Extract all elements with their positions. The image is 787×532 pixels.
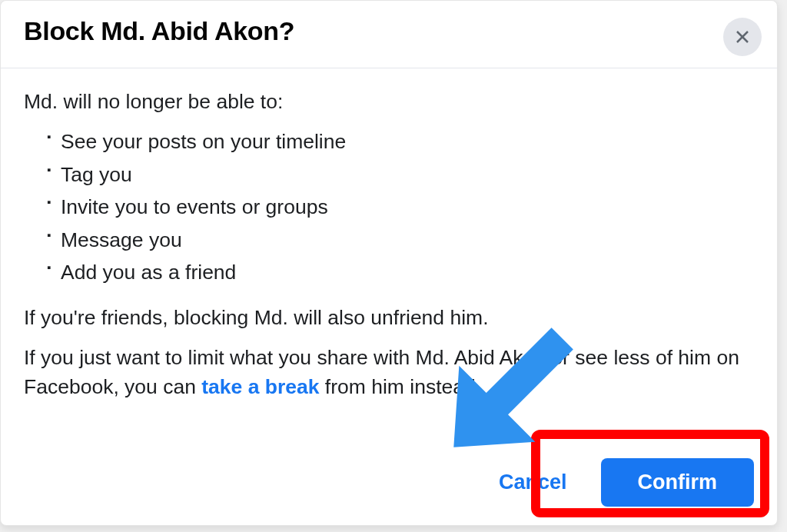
block-effects-list: See your posts on your timeline Tag you …: [24, 127, 754, 287]
modal-header: Block Md. Abid Akon?: [1, 1, 777, 68]
list-item: See your posts on your timeline: [47, 127, 754, 156]
close-button[interactable]: [723, 18, 762, 56]
cancel-button[interactable]: Cancel: [477, 458, 589, 507]
list-item: Tag you: [47, 160, 754, 189]
close-icon: [733, 28, 752, 46]
modal-footer: Cancel Confirm: [454, 449, 777, 525]
list-item: Message you: [47, 225, 754, 254]
take-break-info: If you just want to limit what you share…: [24, 343, 754, 402]
modal-title: Block Md. Abid Akon?: [24, 16, 294, 46]
take-break-link[interactable]: take a break: [201, 375, 319, 398]
modal-body: Md. will no longer be able to: See your …: [1, 68, 777, 421]
confirm-button[interactable]: Confirm: [601, 458, 755, 507]
list-item: Invite you to events or groups: [47, 192, 754, 221]
block-user-modal: Block Md. Abid Akon? Md. will no longer …: [0, 0, 778, 526]
intro-text: Md. will no longer be able to:: [24, 87, 754, 116]
para-text: from him instead.: [320, 375, 482, 398]
list-item: Add you as a friend: [47, 258, 754, 287]
unfriend-warning: If you're friends, blocking Md. will als…: [24, 303, 754, 332]
